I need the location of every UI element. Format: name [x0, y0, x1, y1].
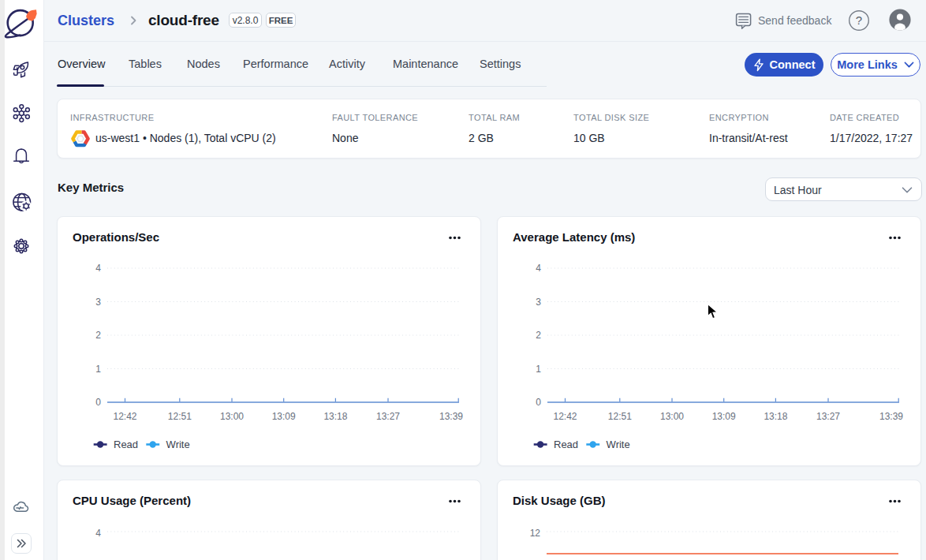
- svg-text:13:39: 13:39: [879, 411, 903, 422]
- svg-text:Write: Write: [607, 439, 630, 450]
- svg-text:13:18: 13:18: [764, 411, 787, 422]
- svg-text:13:27: 13:27: [376, 411, 400, 422]
- svg-text:12:51: 12:51: [168, 411, 192, 422]
- svg-text:2: 2: [95, 330, 101, 341]
- svg-text:12:42: 12:42: [113, 411, 136, 422]
- svg-text:Read: Read: [114, 439, 138, 450]
- svg-text:13:00: 13:00: [220, 411, 244, 422]
- svg-text:1: 1: [536, 364, 541, 375]
- svg-text:13:09: 13:09: [272, 411, 296, 422]
- svg-text:12:51: 12:51: [608, 411, 632, 422]
- svg-text:13:09: 13:09: [712, 411, 736, 422]
- svg-text:13:39: 13:39: [439, 411, 463, 422]
- svg-text:3: 3: [95, 297, 101, 308]
- svg-text:12:42: 12:42: [553, 411, 577, 422]
- svg-text:3: 3: [536, 297, 541, 308]
- svg-text:4: 4: [95, 263, 101, 274]
- svg-text:2: 2: [536, 330, 541, 341]
- svg-text:13:27: 13:27: [816, 411, 840, 422]
- svg-text:13:18: 13:18: [323, 411, 347, 422]
- svg-text:4: 4: [95, 528, 101, 539]
- svg-text:0: 0: [536, 397, 541, 408]
- svg-text:Read: Read: [554, 439, 578, 450]
- svg-text:?: ?: [856, 13, 862, 27]
- svg-text:Write: Write: [166, 439, 190, 450]
- svg-text:0: 0: [95, 397, 101, 408]
- svg-text:12: 12: [530, 528, 541, 539]
- svg-text:4: 4: [536, 263, 541, 274]
- svg-text:1: 1: [95, 364, 101, 375]
- svg-text:13:00: 13:00: [660, 411, 684, 422]
